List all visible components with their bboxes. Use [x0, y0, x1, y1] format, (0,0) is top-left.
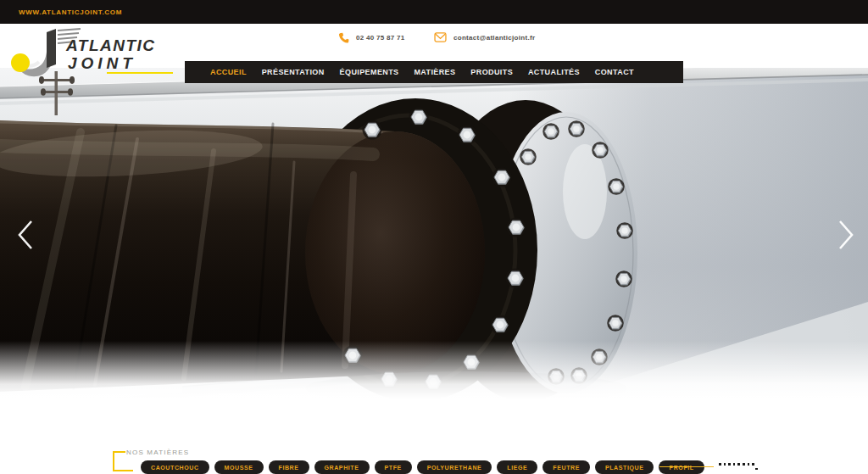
- material-tag-graphite[interactable]: GRAPHITE: [314, 460, 370, 474]
- materials-section-title: NOS MATIÈRES: [126, 449, 189, 456]
- logo-text-line2: JOINT: [68, 54, 136, 72]
- material-tag-profil[interactable]: PROFIL: [659, 460, 704, 474]
- material-tag-caoutchouc[interactable]: CAOUTCHOUC: [141, 460, 209, 474]
- nav-item-produits[interactable]: PRODUITS: [470, 68, 513, 76]
- hero-image: [0, 68, 868, 399]
- main-nav: ACCUEILPRÉSENTATIONÉQUIPEMENTSMATIÈRESPR…: [185, 61, 683, 83]
- carousel-prev-button[interactable]: [15, 219, 36, 251]
- material-tag-feutre[interactable]: FEUTRE: [542, 460, 590, 474]
- material-tag-plastique[interactable]: PLASTIQUE: [595, 460, 654, 474]
- email-contact[interactable]: contact@atlanticjoint.fr: [434, 32, 535, 42]
- topbar: WWW.ATLANTICJOINT.COM: [0, 0, 868, 24]
- nav-item-contact[interactable]: CONTACT: [595, 68, 634, 76]
- phone-icon: [338, 32, 349, 43]
- nav-item-actualites[interactable]: ACTUALITÉS: [528, 68, 580, 76]
- material-tag-mousse[interactable]: MOUSSE: [214, 460, 264, 474]
- logo-underline: [107, 72, 173, 74]
- nav-item-equipements[interactable]: ÉQUIPEMENTS: [340, 68, 399, 76]
- materials-tags: CAOUTCHOUCMOUSSEFIBREGRAPHITEPTFEPOLYURE…: [141, 460, 704, 474]
- nav-item-presentation[interactable]: PRÉSENTATION: [262, 68, 325, 76]
- material-tag-fibre[interactable]: FIBRE: [269, 460, 309, 474]
- phone-contact[interactable]: 02 40 75 87 71: [338, 32, 405, 43]
- material-tag-liege[interactable]: LIEGE: [497, 460, 537, 474]
- chevron-right-icon: [838, 220, 854, 250]
- logo-text-line1: ATLANTIC: [65, 36, 156, 54]
- nav-item-matieres[interactable]: MATIÈRES: [414, 68, 455, 76]
- dots-decoration: [719, 463, 758, 470]
- carousel-next-button[interactable]: [836, 219, 856, 251]
- topbar-url-link[interactable]: WWW.ATLANTICJOINT.COM: [19, 8, 122, 16]
- page: WWW.ATLANTICJOINT.COM ATLANTIC JOINT 02 …: [0, 0, 868, 474]
- logo-yellow-dot: [11, 53, 30, 72]
- divider-line: [659, 466, 714, 467]
- phone-number: 02 40 75 87 71: [356, 34, 405, 42]
- material-tag-polyurethane[interactable]: POLYURETHANE: [417, 460, 492, 474]
- envelope-icon: [434, 32, 447, 42]
- nav-item-accueil[interactable]: ACCUEIL: [210, 68, 247, 76]
- email-address: contact@atlanticjoint.fr: [453, 34, 535, 42]
- chevron-left-icon: [18, 220, 33, 250]
- logo[interactable]: ATLANTIC JOINT: [7, 25, 185, 77]
- material-tag-ptfe[interactable]: PTFE: [375, 460, 412, 474]
- hero-carousel: [0, 68, 868, 399]
